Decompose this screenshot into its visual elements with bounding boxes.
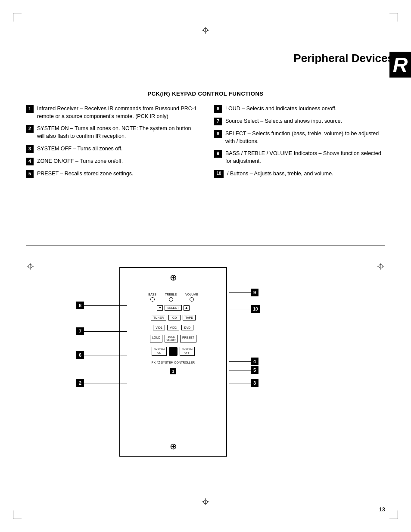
list-item-6: 6 LOUD – Selects and indicates loudness … [214, 105, 385, 113]
callout-10: 10 [229, 305, 260, 313]
item-num-4: 4 [26, 158, 34, 165]
list-item-1: 1 Infrared Receiver – Receives IR comman… [26, 105, 197, 120]
callout-7-line [84, 331, 127, 332]
callout-8-line [84, 305, 127, 306]
item-text-5: PRESET – Recalls stored zone settings. [37, 170, 197, 177]
list-item-3: 3 SYSTEM OFF – Turns all zones off. [26, 145, 197, 153]
device-num-1-badge: 1 [170, 368, 176, 374]
item-num-9: 9 [214, 150, 222, 158]
item-text-3: SYSTEM OFF – Turns all zones off. [37, 145, 197, 152]
select-btn[interactable]: SELECT [165, 305, 181, 311]
vid2-btn[interactable]: VID2 [167, 325, 179, 330]
corner-mark-br [389, 510, 398, 519]
device-box: ⊕ BASS TREBLE VOLUME [119, 267, 227, 457]
callout-4: 4 [229, 358, 258, 365]
list-item-7: 7 Source Select – Selects and shows inpu… [214, 117, 385, 125]
callout-8: 8 [76, 302, 127, 309]
callout-9: 9 [229, 289, 258, 296]
callout-3-line [229, 383, 251, 383]
callout-num-3: 3 [251, 379, 258, 387]
callout-5-line [229, 370, 251, 370]
callout-2-line [84, 383, 127, 383]
cross-mark-top [202, 27, 209, 34]
item-text-10: / Buttons – Adjusts bass, treble, and vo… [227, 170, 385, 177]
bottom-reg-symbol: ⊕ [170, 441, 177, 451]
top-reg-symbol: ⊕ [170, 272, 177, 283]
cd-btn[interactable]: CD [168, 315, 181, 320]
list-item-8: 8 SELECT – Selects function (bass, trebl… [214, 130, 385, 145]
system-on-btn[interactable]: SYSTEMON [152, 347, 167, 355]
list-item-10: 10 / Buttons – Adjusts bass, treble, and… [214, 170, 385, 178]
item-text-6: LOUD – Selects and indicates loudness on… [225, 105, 385, 112]
up-arrow-btn[interactable]: ▲ [184, 305, 190, 311]
tuner-btn[interactable]: TUNER [151, 315, 166, 320]
item-num-1: 1 [26, 105, 34, 113]
item-num-7: 7 [214, 118, 222, 125]
device-inner: BASS TREBLE VOLUME ▼ SELECT [127, 289, 220, 434]
indicator-row: BASS TREBLE VOLUME [127, 293, 220, 302]
callout-num-6: 6 [76, 351, 84, 359]
two-column-layout: 1 Infrared Receiver – Receives IR comman… [26, 105, 385, 182]
system-off-btn[interactable]: SYSTEMOFF [180, 347, 195, 355]
callout-6: 6 [76, 351, 127, 359]
item-num-2: 2 [26, 125, 34, 133]
select-row: ▼ SELECT ▲ [127, 305, 220, 311]
item-text-1: Infrared Receiver – Receives IR commands… [37, 105, 197, 120]
dvd-btn[interactable]: DVD [181, 325, 193, 330]
item-text-9: BASS / TREBLE / VOLUME Indicators – Show… [225, 149, 385, 165]
volume-label: VOLUME [185, 293, 198, 296]
callout-num-5: 5 [251, 366, 258, 374]
left-column: 1 Infrared Receiver – Receives IR comman… [26, 105, 197, 182]
callout-2: 2 [76, 379, 127, 387]
bass-indicator: BASS [148, 293, 156, 302]
item-text-4: ZONE ON/OFF – Turns zone on/off. [37, 157, 197, 165]
preset-btn[interactable]: PRESET [180, 335, 196, 342]
loud-btn[interactable]: LOUD [150, 335, 162, 342]
device-label: PK-4Z SYSTEM CONTROLLER [127, 361, 220, 364]
callout-5: 5 [229, 366, 258, 374]
right-column: 6 LOUD – Selects and indicates loudness … [214, 105, 385, 182]
list-item-4: 4 ZONE ON/OFF – Turns zone on/off. [26, 157, 197, 165]
item-num-5: 5 [26, 170, 34, 178]
source-row-1: TUNER CD TAPE [127, 315, 220, 320]
diagram-area: ⊕ BASS TREBLE VOLUME [26, 241, 385, 491]
item-num-3: 3 [26, 145, 34, 153]
callout-num-9: 9 [251, 289, 258, 296]
control-row: LOUD ZONEON/OFF PRESET [127, 335, 220, 342]
content-area: PCK(IR) KEYPAD CONTROL FUNCTIONS 1 Infra… [26, 90, 385, 182]
treble-circle [169, 297, 173, 302]
corner-mark-tl [13, 13, 22, 22]
callout-9-line [229, 292, 251, 293]
callout-num-10: 10 [251, 305, 260, 313]
tape-btn[interactable]: TAPE [183, 315, 196, 320]
callout-num-2: 2 [76, 379, 84, 387]
item-text-8: SELECT – Selects function (bass, treble,… [225, 130, 385, 145]
item-num-10: 10 [214, 170, 224, 178]
system-row: SYSTEMON SYSTEMOFF [127, 347, 220, 355]
callout-num-7: 7 [76, 327, 84, 335]
corner-mark-bl [13, 510, 22, 519]
item-text-2: SYSTEM ON – Turns all zones on. NOTE: Th… [37, 124, 197, 140]
list-item-9: 9 BASS / TREBLE / VOLUME Indicators – Sh… [214, 149, 385, 165]
chapter-letter: R [389, 52, 411, 78]
down-arrow-btn[interactable]: ▼ [157, 305, 163, 311]
zone-onoff-btn[interactable]: ZONEON/OFF [165, 335, 178, 342]
ir-indicator [169, 347, 177, 356]
volume-indicator: VOLUME [185, 293, 198, 302]
bass-circle [150, 297, 155, 302]
cross-mark-bottom [202, 498, 209, 505]
item-num-6: 6 [214, 105, 222, 113]
treble-label: TREBLE [165, 293, 177, 296]
vid1-btn[interactable]: VID1 [153, 325, 165, 330]
diagram-container: ⊕ BASS TREBLE VOLUME [76, 241, 335, 491]
treble-indicator: TREBLE [165, 293, 177, 302]
list-item-2: 2 SYSTEM ON – Turns all zones on. NOTE: … [26, 124, 197, 140]
callout-num-8: 8 [76, 302, 84, 309]
volume-circle [190, 297, 194, 302]
item-text-7: Source Select – Selects and shows input … [225, 117, 385, 125]
callout-3: 3 [229, 379, 258, 387]
source-row-2: VID1 VID2 DVD [127, 325, 220, 330]
bass-label: BASS [148, 293, 156, 296]
item-num-8: 8 [214, 130, 222, 138]
callout-num-4: 4 [251, 358, 258, 365]
